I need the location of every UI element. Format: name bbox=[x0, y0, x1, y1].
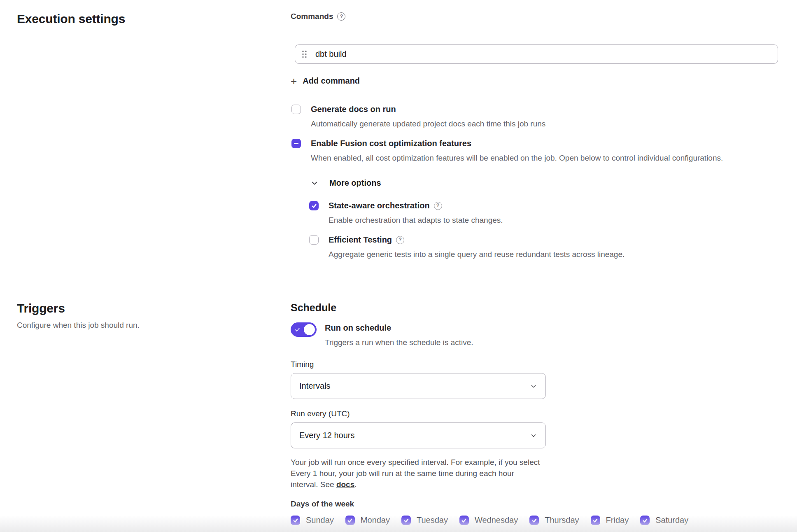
day-item-tuesday: Tuesday bbox=[401, 516, 448, 525]
timing-select[interactable]: Intervals bbox=[291, 373, 546, 399]
state-aware-orchestration-description: Enable orchestration that adapts to stat… bbox=[329, 215, 778, 226]
run-on-schedule-description: Triggers a run when the schedule is acti… bbox=[325, 337, 778, 348]
efficient-testing-description: Aggregate generic tests into a single qu… bbox=[329, 249, 778, 260]
schedule-heading: Schedule bbox=[291, 301, 778, 314]
run-on-schedule-toggle[interactable] bbox=[291, 322, 317, 337]
triggers-section: Triggers Configure when this job should … bbox=[17, 283, 778, 525]
run-on-schedule-label: Run on schedule bbox=[325, 322, 778, 334]
toggle-knob bbox=[304, 324, 315, 335]
day-item-saturday: Saturday bbox=[640, 516, 688, 525]
state-aware-orchestration-option: State-aware orchestration ? Enable orche… bbox=[309, 200, 778, 226]
generate-docs-label: Generate docs on run bbox=[311, 104, 396, 115]
chevron-down-icon bbox=[311, 180, 318, 187]
monday-checkbox[interactable] bbox=[345, 516, 355, 525]
chevron-down-icon bbox=[530, 383, 537, 390]
day-item-wednesday: Wednesday bbox=[459, 516, 518, 525]
generate-docs-option: Generate docs on run Automatically gener… bbox=[291, 104, 778, 129]
commands-label: Commands bbox=[291, 12, 333, 21]
day-item-monday: Monday bbox=[345, 516, 390, 525]
command-input[interactable] bbox=[315, 49, 771, 59]
day-item-friday: Friday bbox=[591, 516, 629, 525]
run-on-schedule-row: Run on schedule Triggers a run when the … bbox=[291, 322, 778, 348]
commands-label-row: Commands ? bbox=[291, 12, 778, 21]
timing-select-value: Intervals bbox=[299, 381, 331, 391]
efficient-testing-option: Efficient Testing ? Aggregate generic te… bbox=[309, 234, 778, 260]
friday-checkbox[interactable] bbox=[591, 516, 600, 525]
add-command-button[interactable]: + Add command bbox=[291, 76, 360, 86]
add-command-label: Add command bbox=[303, 76, 360, 86]
execution-settings-heading: Execution settings bbox=[17, 12, 291, 26]
triggers-subheading: Configure when this job should run. bbox=[17, 320, 291, 331]
state-aware-orchestration-label: State-aware orchestration bbox=[329, 200, 430, 211]
day-item-sunday: Sunday bbox=[291, 516, 334, 525]
plus-icon: + bbox=[291, 77, 297, 86]
command-input-row bbox=[295, 44, 778, 64]
days-of-week-label: Days of the week bbox=[291, 499, 778, 509]
efficient-testing-help-icon[interactable]: ? bbox=[396, 236, 404, 244]
commands-help-icon[interactable]: ? bbox=[337, 12, 345, 21]
toggle-check-icon bbox=[294, 327, 301, 333]
state-aware-orchestration-checkbox[interactable] bbox=[309, 201, 319, 210]
interval-help-text: Your job will run once every specified i… bbox=[291, 457, 542, 490]
run-every-label: Run every (UTC) bbox=[291, 409, 778, 419]
state-aware-help-icon[interactable]: ? bbox=[434, 202, 442, 210]
more-options-label: More options bbox=[329, 178, 381, 188]
fusion-cost-optimization-label: Enable Fusion cost optimization features bbox=[311, 138, 471, 149]
fusion-cost-optimization-description: When enabled, all cost optimization feat… bbox=[311, 153, 778, 163]
triggers-heading: Triggers bbox=[17, 301, 291, 316]
efficient-testing-label: Efficient Testing bbox=[329, 234, 392, 245]
job-settings-page: Execution settings Commands ? bbox=[0, 0, 797, 532]
run-every-select[interactable]: Every 12 hours bbox=[291, 422, 546, 448]
fusion-cost-optimization-checkbox[interactable] bbox=[291, 139, 301, 148]
generate-docs-description: Automatically generate updated project d… bbox=[311, 119, 778, 129]
execution-settings-section: Execution settings Commands ? bbox=[17, 12, 778, 260]
days-of-week-row: Sunday Monday Tuesday Wednesday Thursday bbox=[291, 516, 778, 525]
wednesday-checkbox[interactable] bbox=[459, 516, 469, 525]
run-every-select-value: Every 12 hours bbox=[299, 431, 355, 440]
timing-label: Timing bbox=[291, 359, 778, 369]
day-item-thursday: Thursday bbox=[529, 516, 579, 525]
generate-docs-checkbox[interactable] bbox=[291, 105, 301, 114]
drag-handle-icon[interactable] bbox=[302, 50, 307, 58]
efficient-testing-checkbox[interactable] bbox=[309, 235, 319, 245]
thursday-checkbox[interactable] bbox=[529, 516, 539, 525]
sunday-checkbox[interactable] bbox=[291, 516, 300, 525]
saturday-checkbox[interactable] bbox=[640, 516, 650, 525]
chevron-down-icon bbox=[530, 432, 537, 439]
tuesday-checkbox[interactable] bbox=[401, 516, 411, 525]
more-options-toggle[interactable]: More options bbox=[311, 178, 778, 188]
docs-link[interactable]: docs bbox=[336, 480, 354, 489]
fusion-cost-optimization-option: Enable Fusion cost optimization features… bbox=[291, 138, 778, 163]
